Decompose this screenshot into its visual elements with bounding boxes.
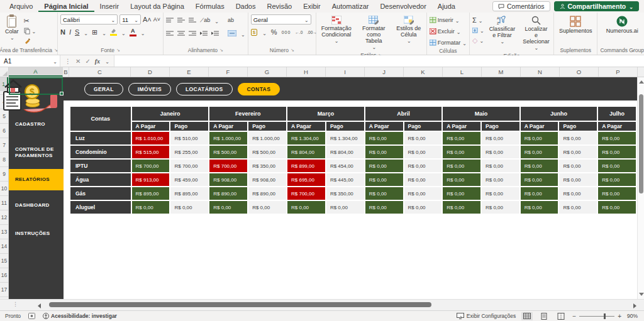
cell-pago[interactable]: R$ 0,00 xyxy=(170,201,208,214)
column-header-m[interactable]: M xyxy=(482,67,521,77)
row-header-14[interactable]: 14 xyxy=(0,239,8,254)
row-header-13[interactable]: 13 xyxy=(0,225,8,239)
merge-center-button[interactable] xyxy=(228,30,236,36)
align-center-icon[interactable] xyxy=(177,31,185,36)
cancel-icon[interactable]: ✕ xyxy=(75,58,80,65)
cell-pago[interactable]: R$ 0,00 xyxy=(248,201,286,214)
column-header-p[interactable]: P xyxy=(599,67,638,77)
clear-button[interactable]: ◇ xyxy=(472,36,484,45)
column-header-l[interactable]: L xyxy=(443,67,482,77)
vertical-scrollbar[interactable] xyxy=(637,77,644,299)
cell-pago[interactable]: R$ 0,00 xyxy=(482,187,519,200)
cell-pago[interactable]: R$ 0,00 xyxy=(404,187,442,200)
cell-apagar[interactable]: R$ 0,00 xyxy=(598,160,636,172)
vertical-scroll-thumb[interactable] xyxy=(639,94,643,193)
cell-pago[interactable]: R$ 0,00 xyxy=(559,160,597,172)
column-header-e[interactable]: E xyxy=(170,67,209,77)
cell-pago[interactable]: R$ 255,00 xyxy=(170,146,208,158)
cell-apagar[interactable]: R$ 913,00 xyxy=(132,173,170,186)
cell-apagar[interactable]: R$ 908,00 xyxy=(209,173,247,186)
row-header-12[interactable]: 12 xyxy=(0,210,8,225)
column-header-h[interactable]: H xyxy=(287,67,326,77)
column-header-n[interactable]: N xyxy=(521,67,560,77)
cell-apagar[interactable]: R$ 0,00 xyxy=(365,132,403,144)
cell-apagar[interactable]: R$ 1.304,00 xyxy=(287,132,325,144)
row-header-6[interactable]: 6 xyxy=(0,124,8,138)
increase-indent-icon[interactable] xyxy=(211,31,219,36)
cell-apagar[interactable]: R$ 0,00 xyxy=(365,187,403,200)
autosum-button[interactable]: Σ xyxy=(472,16,484,24)
paste-button[interactable]: Colar xyxy=(3,14,21,43)
percent-style-button[interactable]: % xyxy=(271,28,277,36)
cell-apagar[interactable]: R$ 0,00 xyxy=(521,201,558,214)
cell-pago[interactable]: R$ 350,00 xyxy=(326,187,364,200)
cell-apagar[interactable]: R$ 0,00 xyxy=(598,201,636,214)
sidebar-item-cadastro[interactable]: CADASTRO xyxy=(9,112,64,136)
grow-font-icon[interactable]: A˄ xyxy=(143,16,152,23)
sheet-nav-geral[interactable]: GERAL xyxy=(84,83,123,95)
column-header-k[interactable]: K xyxy=(404,67,443,77)
cell-pago[interactable]: R$ 0,00 xyxy=(482,160,519,172)
cell-apagar[interactable]: R$ 0,00 xyxy=(287,201,325,214)
sheet-nav-locatarios[interactable]: LOCATÁRIOS xyxy=(176,83,233,95)
cell-pago[interactable]: R$ 500,00 xyxy=(248,146,286,158)
cell-apagar[interactable]: R$ 0,00 xyxy=(132,201,170,214)
cell-pago[interactable]: R$ 510,00 xyxy=(170,132,208,144)
cell-apagar[interactable]: R$ 0,00 xyxy=(443,146,480,158)
cell-apagar[interactable]: R$ 0,00 xyxy=(365,173,403,186)
menu-tab-desenvolvedor[interactable]: Desenvolvedor xyxy=(374,1,431,12)
display-settings-button[interactable]: Exibir Configurações xyxy=(457,313,516,319)
scroll-down-icon[interactable] xyxy=(639,293,644,296)
column-header-g[interactable]: G xyxy=(248,67,287,77)
cell-pago[interactable]: R$ 459,00 xyxy=(170,173,208,186)
cell-apagar[interactable]: R$ 700,00 xyxy=(287,187,325,200)
row-header-8[interactable]: 8 xyxy=(0,153,8,167)
dialog-launcher-icon[interactable]: ↘ xyxy=(54,48,58,53)
cell-pago[interactable]: R$ 0,00 xyxy=(482,132,519,144)
cell-pago[interactable]: R$ 0,00 xyxy=(559,173,597,186)
column-header-d[interactable]: D xyxy=(131,67,170,77)
menu-tab-layout-da-pagina[interactable]: Layout da Página xyxy=(125,1,190,12)
cell-apagar[interactable]: R$ 0,00 xyxy=(521,187,558,200)
menu-tab-arquivo[interactable]: Arquivo xyxy=(4,1,38,12)
dialog-launcher-icon[interactable]: ↘ xyxy=(219,48,223,53)
cell-pago[interactable]: R$ 0,00 xyxy=(559,187,597,200)
align-middle-icon[interactable] xyxy=(177,18,185,23)
menu-tab-pagina-inicial[interactable]: Página Inicial xyxy=(38,1,94,12)
cell-pago[interactable]: R$ 908,00 xyxy=(248,173,286,186)
insert-cells-button[interactable]: Inserir xyxy=(430,16,467,24)
decrease-decimal-button[interactable]: .00→ xyxy=(307,30,317,35)
shrink-font-icon[interactable]: A˅ xyxy=(153,16,160,23)
sheet-nav-contas[interactable]: CONTAS xyxy=(238,83,280,95)
align-right-icon[interactable] xyxy=(189,31,196,36)
cell-pago[interactable]: R$ 700,00 xyxy=(170,160,208,172)
menu-tab-formulas[interactable]: Fórmulas xyxy=(190,1,230,12)
italic-button[interactable]: I xyxy=(69,28,71,36)
underline-button[interactable]: S xyxy=(75,28,79,36)
column-header-c[interactable]: C xyxy=(69,67,131,77)
cell-apagar[interactable]: R$ 700,00 xyxy=(209,160,247,172)
view-page-layout-button[interactable] xyxy=(538,312,550,320)
menu-tab-revisao[interactable]: Revisão xyxy=(261,1,297,12)
cell-apagar[interactable]: R$ 0,00 xyxy=(443,173,480,186)
row-header-16[interactable]: 16 xyxy=(0,268,8,283)
horizontal-scroll-thumb[interactable] xyxy=(49,302,431,307)
cell-apagar[interactable]: R$ 0,00 xyxy=(443,187,480,200)
cut-button[interactable]: ✂ xyxy=(24,16,36,25)
splitter-handle-icon[interactable]: ⋮ xyxy=(13,301,18,307)
cell-pago[interactable]: R$ 804,00 xyxy=(326,146,364,158)
cell-pago[interactable]: R$ 350,00 xyxy=(248,160,286,172)
addins-button[interactable]: Suplementos xyxy=(557,14,595,36)
collapse-ribbon-icon[interactable]: ⌄ xyxy=(630,46,635,53)
cell-apagar[interactable]: R$ 500,00 xyxy=(209,146,247,158)
cell-styles-button[interactable]: Estilos de Célula xyxy=(394,14,424,46)
cell-pago[interactable]: R$ 1.000,00 xyxy=(248,132,286,144)
cell-pago[interactable]: R$ 0,00 xyxy=(559,146,597,158)
enter-icon[interactable]: ✓ xyxy=(85,58,90,65)
column-header-o[interactable]: O xyxy=(560,67,599,77)
orientation-button[interactable]: ⟋ab xyxy=(200,17,210,24)
cell-apagar[interactable]: R$ 0,00 xyxy=(521,160,558,172)
fx-icon[interactable]: fx xyxy=(95,58,100,65)
comments-button[interactable]: Comentários xyxy=(492,1,550,11)
cell-apagar[interactable]: R$ 0,00 xyxy=(443,160,480,172)
